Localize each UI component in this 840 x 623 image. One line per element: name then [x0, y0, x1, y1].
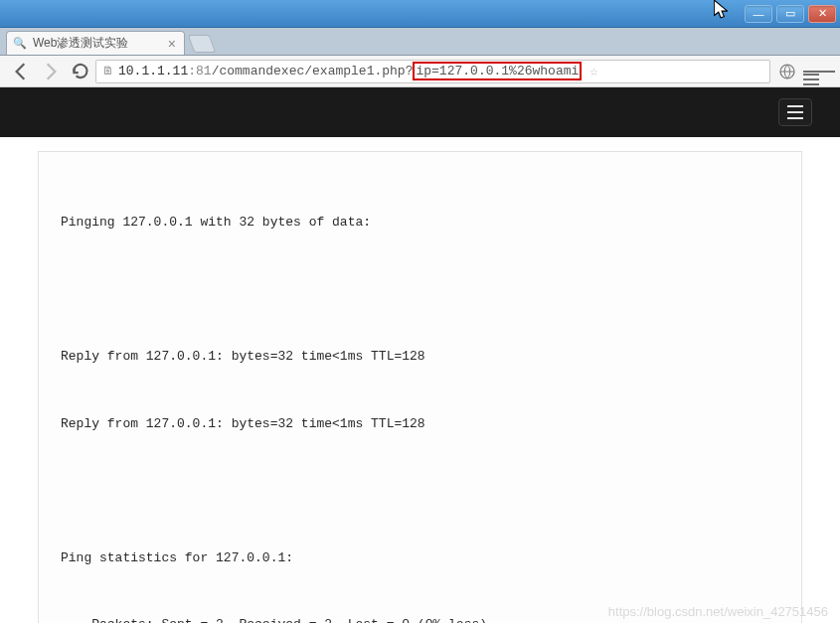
reload-button[interactable]: [70, 61, 91, 82]
watermark-text: https://blog.csdn.net/weixin_42751456: [608, 604, 828, 619]
window-close-button[interactable]: ✕: [808, 5, 836, 23]
forward-button[interactable]: [40, 61, 62, 82]
url-query-highlight: ip=127.0.0.1%26whoami: [413, 62, 582, 80]
hamburger-line-icon: [787, 117, 803, 119]
url-port: :81: [188, 64, 211, 78]
page-viewport[interactable]: Pinging 127.0.0.1 with 32 bytes of data:…: [0, 87, 840, 623]
window-titlebar: — ▭ ✕: [0, 0, 840, 28]
hamburger-line-icon: [787, 105, 803, 107]
window-maximize-button[interactable]: ▭: [776, 5, 804, 23]
browser-tabstrip: 🔍 Web渗透测试实验 ×: [0, 28, 840, 56]
site-menu-button[interactable]: [778, 98, 812, 126]
ping-output: Pinging 127.0.0.1 with 32 bytes of data:…: [61, 215, 495, 623]
new-tab-button[interactable]: [188, 35, 217, 53]
command-output-panel: Pinging 127.0.0.1 with 32 bytes of data:…: [38, 151, 802, 623]
tab-title: Web渗透测试实验: [33, 35, 128, 52]
minimize-icon: —: [754, 8, 764, 20]
page-icon: 🗎: [102, 64, 114, 78]
url-path: /commandexec/example1.php?: [212, 64, 414, 78]
browser-menu-button[interactable]: [808, 61, 830, 82]
site-navbar: [0, 87, 840, 137]
url-host: 10.1.1.11: [118, 64, 188, 78]
close-icon: ✕: [818, 7, 827, 20]
tab-favicon-icon: 🔍: [13, 37, 27, 51]
tab-close-button[interactable]: ×: [160, 36, 176, 52]
address-bar[interactable]: 🗎 10.1.1.11:81/commandexec/example1.php?…: [95, 60, 770, 83]
browser-tab[interactable]: 🔍 Web渗透测试实验 ×: [6, 31, 185, 55]
browser-toolbar: 🗎 10.1.1.11:81/commandexec/example1.php?…: [0, 56, 840, 87]
maximize-icon: ▭: [785, 7, 795, 20]
bookmark-star-icon[interactable]: ☆: [589, 63, 597, 79]
hamburger-line-icon: [787, 111, 803, 113]
window-minimize-button[interactable]: —: [745, 5, 772, 23]
back-button[interactable]: [10, 61, 32, 82]
extension-globe-icon[interactable]: [778, 63, 796, 80]
